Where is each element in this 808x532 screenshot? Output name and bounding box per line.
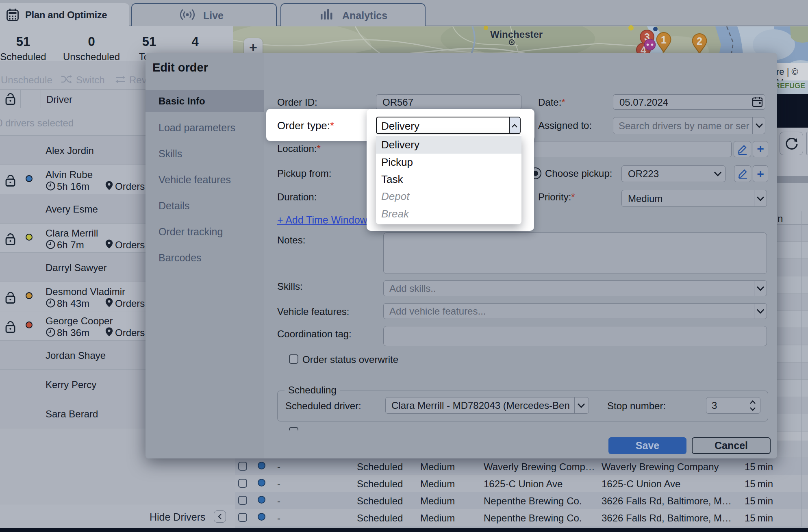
- svg-text:2: 2: [697, 35, 702, 47]
- svg-text:1: 1: [661, 34, 667, 46]
